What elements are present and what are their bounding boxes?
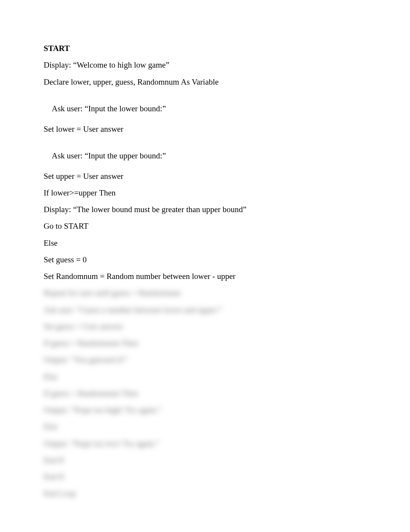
upper-bound-term: upper bound <box>119 151 160 160</box>
blurred-line: If guess > Randomnum Then <box>44 388 366 398</box>
blurred-line: Else <box>44 422 366 432</box>
pseudo-line: Set Randomnum = Random number between lo… <box>44 271 366 281</box>
document-page: START Display: “Welcome to high low game… <box>0 0 410 532</box>
pseudo-line: Set lower = User answer <box>44 124 366 134</box>
blurred-line: End If <box>44 472 366 482</box>
blurred-line: Output: “Nope too low! Try again.” <box>44 439 366 449</box>
pseudo-line: Declare lower, upper, guess, Randomnum A… <box>44 77 366 87</box>
start-heading: START <box>44 43 366 53</box>
pseudo-line: Go to START <box>44 221 366 231</box>
pseudo-line: Set guess = 0 <box>44 255 366 265</box>
text-fragment: :” <box>160 151 166 160</box>
text-fragment: :” <box>160 104 166 113</box>
blurred-line: End Loop <box>44 488 366 498</box>
blurred-line: If guess = Randomnum Then <box>44 338 366 348</box>
pseudo-line: If lower>=upper Then <box>44 188 366 198</box>
blurred-line: Output: “You guessed it!” <box>44 355 366 365</box>
blurred-line: Repeat for user until guess = Randomnum <box>44 288 366 298</box>
blurred-line: Set guess = User answer <box>44 321 366 331</box>
blurred-line: Else <box>44 372 366 382</box>
pseudo-line: Display: “Welcome to high low game” <box>44 60 366 70</box>
pseudo-line: Display: “The lower bound must be greate… <box>44 204 366 214</box>
pseudo-line: Else <box>44 238 366 248</box>
blurred-line: Ask user: “Guess a number between lower … <box>44 305 366 315</box>
lower-bound-term: lower bound <box>119 104 160 113</box>
pseudo-line: Ask user: “Input the upper bound:” <box>44 141 366 171</box>
blurred-line: Output: “Nope too high! Try again.” <box>44 405 366 415</box>
pseudo-line: Set upper = User answer <box>44 171 366 181</box>
pseudo-line: Ask user: “Input the lower bound:” <box>44 93 366 124</box>
text-fragment: Ask user: “Input the <box>52 104 119 113</box>
blurred-line: End If <box>44 455 366 465</box>
text-fragment: Ask user: “Input the <box>52 151 119 160</box>
